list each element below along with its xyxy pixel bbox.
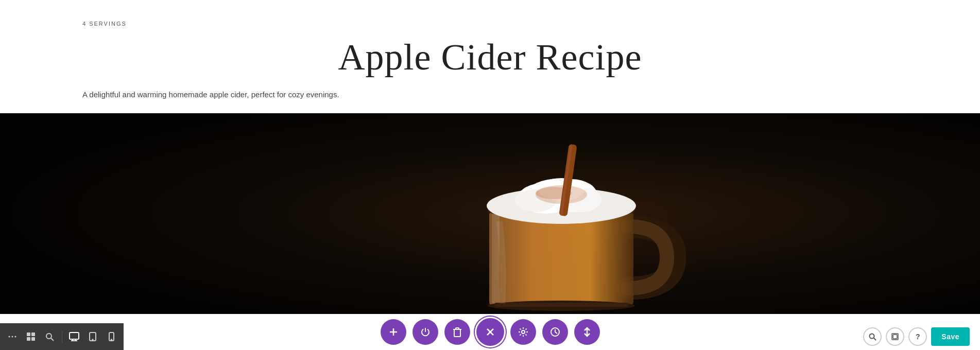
svg-point-26 <box>46 334 51 339</box>
mobile-button[interactable] <box>103 327 119 346</box>
svg-rect-46 <box>893 335 897 339</box>
servings-label: 4 SERVINGS <box>82 21 898 27</box>
close-button[interactable] <box>476 318 504 346</box>
svg-rect-28 <box>70 332 79 339</box>
desktop-button[interactable] <box>66 327 82 346</box>
toolbar-divider <box>62 330 62 343</box>
cider-illustration <box>0 113 980 314</box>
help-button[interactable]: ? <box>908 327 927 346</box>
layers-button[interactable] <box>886 327 904 346</box>
schedule-button[interactable] <box>542 319 568 345</box>
recipe-description: A delightful and warming homemade apple … <box>82 90 898 99</box>
svg-point-35 <box>111 339 112 340</box>
svg-point-19 <box>8 336 10 338</box>
svg-point-21 <box>14 336 16 338</box>
floating-toolbar <box>381 318 600 346</box>
page-content: 4 SERVINGS Apple Cider Recipe A delightf… <box>0 0 980 99</box>
recipe-title: Apple Cider Recipe <box>82 36 898 79</box>
svg-rect-23 <box>31 332 35 336</box>
help-icon: ? <box>916 332 920 341</box>
settings-button[interactable] <box>510 319 536 345</box>
svg-rect-2 <box>489 211 633 306</box>
svg-point-43 <box>870 334 874 339</box>
grid-button[interactable] <box>23 327 39 346</box>
right-toolbar: ? Save <box>863 327 970 346</box>
bottom-toolbar <box>0 323 124 350</box>
svg-rect-25 <box>31 337 35 341</box>
cider-scene <box>0 113 980 314</box>
search-button[interactable] <box>41 327 58 346</box>
svg-line-27 <box>51 338 54 341</box>
svg-point-20 <box>11 336 13 338</box>
svg-rect-18 <box>494 303 628 307</box>
hero-image <box>0 113 980 314</box>
add-button[interactable] <box>381 319 406 345</box>
delete-button[interactable] <box>444 319 470 345</box>
sort-button[interactable] <box>574 319 600 345</box>
menu-dots-button[interactable] <box>4 327 21 346</box>
svg-rect-22 <box>27 332 30 336</box>
save-button[interactable]: Save <box>931 327 970 346</box>
svg-rect-24 <box>27 337 30 341</box>
svg-point-40 <box>522 330 525 334</box>
search-right-button[interactable] <box>863 327 882 346</box>
tablet-button[interactable] <box>84 327 101 346</box>
power-button[interactable] <box>412 319 438 345</box>
svg-line-44 <box>874 338 876 341</box>
svg-point-33 <box>92 339 93 340</box>
